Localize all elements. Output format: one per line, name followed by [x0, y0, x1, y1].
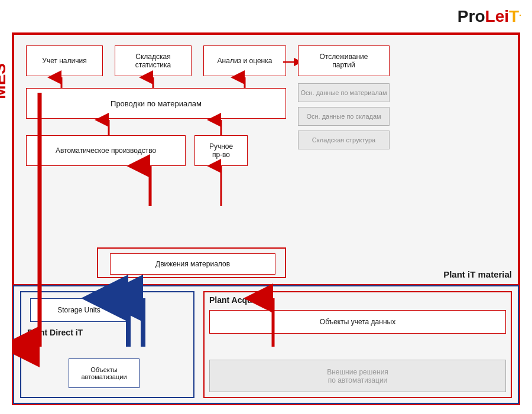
obekty-ucheta-box: Объекты учета данных	[209, 310, 506, 334]
plant-it-material-label: Plant iT material	[443, 269, 512, 279]
plant-direct-it-label: Plant Direct iT	[27, 328, 83, 337]
mes-label: MES	[0, 63, 9, 99]
logo: ProLeiT.	[458, 7, 521, 26]
obekty-avtomatizatsii-box: Объекты автоматизации	[69, 358, 140, 388]
logo-pro: Pro	[458, 7, 485, 25]
storage-units-box: Storage Units	[30, 298, 128, 322]
osn-materialam-box: Осн. данные по материалам	[298, 83, 390, 102]
mes-section: Учет наличия Складская статистика Анализ…	[13, 34, 519, 285]
analiz-box: Анализ и оценка	[203, 45, 286, 76]
uchet-box: Учет наличия	[26, 45, 103, 76]
outer-container: MES Control Учет наличия Складская стати…	[12, 32, 520, 405]
avtomaticheskoe-box: Автоматическое производство	[26, 135, 186, 166]
dvizheniya-container: Движения материалов	[97, 247, 286, 278]
control-section: Storage Units Plant Direct iT Объекты ав…	[13, 285, 519, 404]
logo-t: T	[509, 7, 519, 25]
plant-direct-container: Storage Units Plant Direct iT Объекты ав…	[20, 291, 194, 398]
plant-acquis-it-label: Plant Acquis iT	[209, 295, 269, 305]
skladskaya-stat-box: Складская статистика	[115, 45, 192, 76]
skladskaya-struktura-box: Складская структура	[298, 131, 390, 149]
logo-lei: Lei	[485, 7, 509, 25]
vneshnie-resheniya-box: Внешние решения по автоматизации	[209, 360, 506, 392]
dvizheniya-box: Движения материалов	[110, 253, 275, 275]
provodki-box: Проводки по материалам	[26, 88, 286, 119]
ruchnoe-box: Ручное пр-во	[194, 135, 248, 166]
otslezhivanie-box: Отслеживание партий	[298, 45, 390, 76]
osn-skladam-box: Осн. данные по складам	[298, 107, 390, 126]
plant-acquis-container: Plant Acquis iT Объекты учета данных Вне…	[203, 291, 512, 398]
control-label: Control	[0, 327, 2, 386]
